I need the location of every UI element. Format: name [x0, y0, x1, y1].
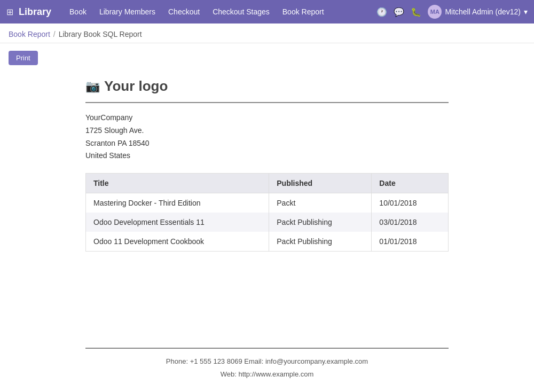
clock-icon[interactable]: 🕐 [376, 7, 387, 17]
company-address2: Scranton PA 18540 [85, 137, 449, 150]
company-address1: 1725 Slough Ave. [85, 124, 449, 137]
breadcrumb-current: Library Book SQL Report [59, 30, 142, 38]
bug-icon[interactable]: 🐛 [411, 7, 421, 17]
table-cell-date: 03/01/2018 [372, 213, 449, 232]
avatar: MA [428, 5, 442, 19]
navbar-right: 🕐 💬 🐛 MA Mitchell Admin (dev12) ▾ [376, 5, 528, 19]
company-address3: United States [85, 150, 449, 162]
user-label: Mitchell Admin (dev12) [445, 7, 521, 16]
table-cell-title: Odoo Development Essentials 11 [86, 213, 269, 232]
nav-item-book[interactable]: Book [64, 4, 92, 19]
table-cell-date: 01/01/2018 [372, 232, 449, 252]
company-name: YourCompany [85, 112, 449, 124]
user-dropdown-icon: ▾ [524, 7, 528, 16]
col-header-title: Title [86, 174, 269, 193]
col-header-published: Published [269, 174, 372, 193]
nav-item-library-members[interactable]: Library Members [94, 4, 161, 19]
navbar: ⊞ Library Book Library Members Checkout … [0, 0, 534, 23]
table-row: Mastering Docker - Third EditionPackt10/… [86, 193, 449, 213]
nav-item-checkout-stages[interactable]: Checkout Stages [207, 4, 275, 19]
breadcrumb-separator: / [53, 30, 56, 38]
company-info: YourCompany 1725 Slough Ave. Scranton PA… [85, 112, 449, 162]
breadcrumb: Book Report / Library Book SQL Report [0, 23, 534, 43]
col-header-date: Date [372, 174, 449, 193]
app-brand[interactable]: Library [19, 6, 51, 18]
nav-item-checkout[interactable]: Checkout [163, 4, 205, 19]
logo-text: Your logo [104, 78, 168, 95]
table-cell-published: Packt [269, 193, 372, 213]
table-cell-date: 10/01/2018 [372, 193, 449, 213]
table-row: Odoo Development Essentials 11Packt Publ… [86, 213, 449, 232]
table-header-row: Title Published Date [86, 174, 449, 193]
footer-line2: Web: http://www.example.com [85, 368, 449, 380]
chat-icon[interactable]: 💬 [394, 7, 404, 17]
user-menu[interactable]: MA Mitchell Admin (dev12) ▾ [428, 5, 528, 19]
report-table: Title Published Date Mastering Docker - … [85, 173, 449, 252]
breadcrumb-parent[interactable]: Book Report [9, 30, 50, 38]
camera-icon: 📷 [85, 80, 100, 93]
nav-item-book-report[interactable]: Book Report [277, 4, 329, 19]
nav-menu: Book Library Members Checkout Checkout S… [64, 4, 376, 19]
table-cell-published: Packt Publishing [269, 232, 372, 252]
report-footer: Phone: +1 555 123 8069 Email: info@yourc… [85, 348, 449, 380]
table-row: Odoo 11 Development CookbookPackt Publis… [86, 232, 449, 252]
grid-icon[interactable]: ⊞ [6, 7, 13, 17]
report-container: 📷 Your logo YourCompany 1725 Slough Ave.… [75, 73, 459, 392]
footer-line1: Phone: +1 555 123 8069 Email: info@yourc… [85, 355, 449, 367]
table-cell-title: Mastering Docker - Third Edition [86, 193, 269, 213]
logo-area: 📷 Your logo [85, 78, 168, 95]
report-header: 📷 Your logo [85, 78, 449, 103]
table-cell-title: Odoo 11 Development Cookbook [86, 232, 269, 252]
print-button[interactable]: Print [9, 51, 38, 65]
action-bar: Print [0, 43, 534, 73]
table-cell-published: Packt Publishing [269, 213, 372, 232]
